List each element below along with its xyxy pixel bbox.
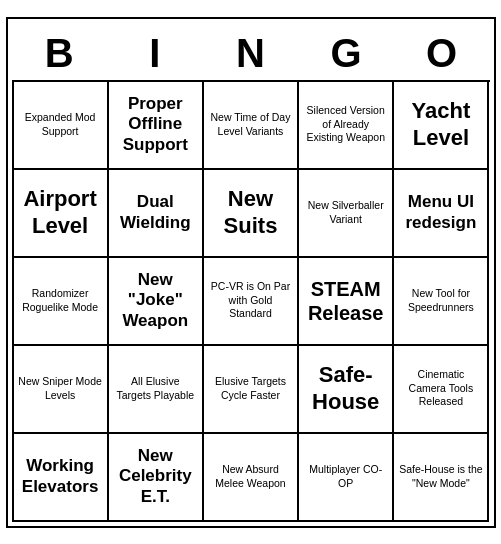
- bingo-cell-18[interactable]: Safe-House: [299, 346, 394, 434]
- bingo-cell-text-0: Expanded Mod Support: [18, 111, 103, 138]
- bingo-cell-text-8: New Silverballer Variant: [303, 199, 388, 226]
- bingo-cell-text-11: New "Joke" Weapon: [113, 270, 198, 331]
- bingo-cell-text-2: New Time of Day Level Variants: [208, 111, 293, 138]
- bingo-cell-0[interactable]: Expanded Mod Support: [14, 82, 109, 170]
- bingo-cell-text-22: New Absurd Melee Weapon: [208, 463, 293, 490]
- bingo-cell-text-23: Multiplayer CO-OP: [303, 463, 388, 490]
- bingo-cell-text-19: Cinematic Camera Tools Released: [398, 368, 483, 409]
- bingo-cell-7[interactable]: New Suits: [204, 170, 299, 258]
- bingo-cell-21[interactable]: New Celebrity E.T.: [109, 434, 204, 522]
- bingo-cell-17[interactable]: Elusive Targets Cycle Faster: [204, 346, 299, 434]
- bingo-cell-text-5: Airport Level: [18, 186, 103, 239]
- letter-i: I: [111, 31, 199, 76]
- letter-b: B: [15, 31, 103, 76]
- bingo-card: B I N G O Expanded Mod SupportProper Off…: [6, 17, 496, 528]
- bingo-header: B I N G O: [12, 23, 490, 80]
- bingo-cell-text-24: Safe-House is the "New Mode": [398, 463, 483, 490]
- bingo-cell-20[interactable]: Working Elevators: [14, 434, 109, 522]
- bingo-cell-15[interactable]: New Sniper Mode Levels: [14, 346, 109, 434]
- bingo-cell-text-1: Proper Offline Support: [113, 94, 198, 155]
- bingo-cell-12[interactable]: PC-VR is On Par with Gold Standard: [204, 258, 299, 346]
- bingo-cell-text-4: Yacht Level: [398, 98, 483, 151]
- letter-g: G: [302, 31, 390, 76]
- bingo-cell-3[interactable]: Silenced Version of Already Existing Wea…: [299, 82, 394, 170]
- bingo-cell-text-9: Menu UI redesign: [398, 192, 483, 233]
- bingo-cell-text-6: Dual Wielding: [113, 192, 198, 233]
- bingo-cell-10[interactable]: Randomizer Roguelike Mode: [14, 258, 109, 346]
- bingo-cell-text-14: New Tool for Speedrunners: [398, 287, 483, 314]
- bingo-cell-text-21: New Celebrity E.T.: [113, 446, 198, 507]
- letter-o: O: [398, 31, 486, 76]
- bingo-cell-9[interactable]: Menu UI redesign: [394, 170, 489, 258]
- bingo-cell-16[interactable]: All Elusive Targets Playable: [109, 346, 204, 434]
- bingo-cell-text-7: New Suits: [208, 186, 293, 239]
- bingo-cell-text-20: Working Elevators: [18, 456, 103, 497]
- bingo-cell-23[interactable]: Multiplayer CO-OP: [299, 434, 394, 522]
- bingo-cell-text-12: PC-VR is On Par with Gold Standard: [208, 280, 293, 321]
- bingo-cell-text-3: Silenced Version of Already Existing Wea…: [303, 104, 388, 145]
- letter-n: N: [206, 31, 294, 76]
- bingo-cell-13[interactable]: STEAM Release: [299, 258, 394, 346]
- bingo-cell-14[interactable]: New Tool for Speedrunners: [394, 258, 489, 346]
- bingo-cell-11[interactable]: New "Joke" Weapon: [109, 258, 204, 346]
- bingo-cell-22[interactable]: New Absurd Melee Weapon: [204, 434, 299, 522]
- bingo-cell-24[interactable]: Safe-House is the "New Mode": [394, 434, 489, 522]
- bingo-cell-5[interactable]: Airport Level: [14, 170, 109, 258]
- bingo-cell-2[interactable]: New Time of Day Level Variants: [204, 82, 299, 170]
- bingo-cell-text-16: All Elusive Targets Playable: [113, 375, 198, 402]
- bingo-cell-text-18: Safe-House: [303, 362, 388, 415]
- bingo-grid: Expanded Mod SupportProper Offline Suppo…: [12, 80, 490, 522]
- bingo-cell-19[interactable]: Cinematic Camera Tools Released: [394, 346, 489, 434]
- bingo-cell-text-17: Elusive Targets Cycle Faster: [208, 375, 293, 402]
- bingo-cell-8[interactable]: New Silverballer Variant: [299, 170, 394, 258]
- bingo-cell-text-15: New Sniper Mode Levels: [18, 375, 103, 402]
- bingo-cell-6[interactable]: Dual Wielding: [109, 170, 204, 258]
- bingo-cell-text-13: STEAM Release: [303, 277, 388, 325]
- bingo-cell-1[interactable]: Proper Offline Support: [109, 82, 204, 170]
- bingo-cell-4[interactable]: Yacht Level: [394, 82, 489, 170]
- bingo-cell-text-10: Randomizer Roguelike Mode: [18, 287, 103, 314]
